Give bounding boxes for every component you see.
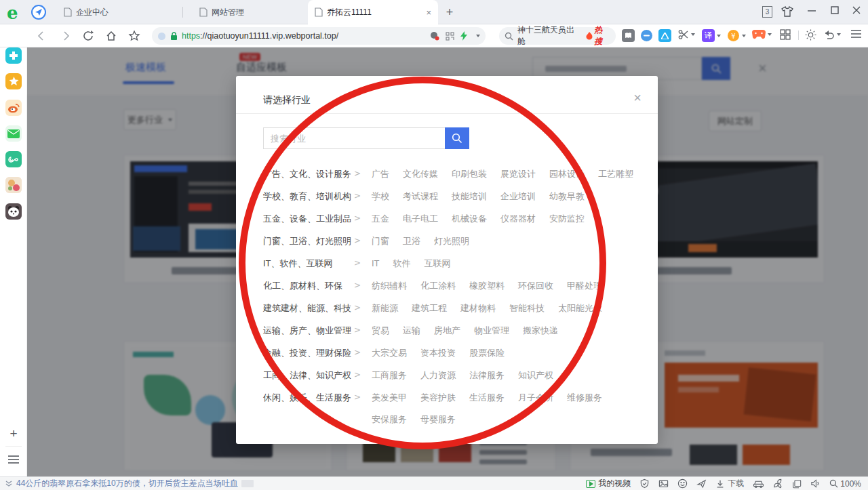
undo-icon[interactable] <box>823 29 841 39</box>
sub-industry-item[interactable]: 展览设计 <box>500 167 536 181</box>
category-label[interactable]: 学校、教育、培训机构 <box>263 189 354 203</box>
apps-grid-icon[interactable] <box>780 29 791 40</box>
sub-industry-item[interactable]: 纺织辅料 <box>372 279 407 293</box>
chevron-down-icon[interactable] <box>837 33 841 36</box>
app-triangle-icon[interactable] <box>658 29 671 42</box>
site-info-icon[interactable] <box>157 32 166 41</box>
sub-industry-item[interactable]: 维修服务 <box>567 390 602 405</box>
chevron-down-icon[interactable] <box>742 35 746 37</box>
rocket-icon[interactable] <box>696 478 707 489</box>
sub-industry-item[interactable]: 美发美甲 <box>372 390 407 405</box>
sub-industry-item[interactable]: 智能科技 <box>509 301 545 315</box>
sub-industry-item[interactable]: 幼教早教 <box>549 189 585 203</box>
sub-industry-item[interactable]: 搬家快递 <box>523 323 558 338</box>
toolbar-search[interactable]: 神十三航天员出舱 热搜 <box>499 27 616 45</box>
category-label[interactable]: 运输、房产、物业管理 <box>263 323 354 338</box>
sub-industry-item[interactable]: 安防监控 <box>549 211 585 226</box>
forward-icon[interactable] <box>60 30 72 42</box>
industry-search-button[interactable] <box>445 127 469 149</box>
sub-industry-item[interactable]: 人力资源 <box>420 368 456 382</box>
dialog-close-icon[interactable]: × <box>633 91 642 104</box>
tab-close-icon[interactable]: × <box>426 7 431 18</box>
sub-industry-item[interactable]: 文化传媒 <box>403 167 438 181</box>
image-icon[interactable] <box>658 478 669 489</box>
emoji-icon[interactable] <box>677 478 688 489</box>
notebook-icon[interactable] <box>622 29 635 42</box>
sub-industry-item[interactable]: 五金 <box>372 211 389 226</box>
tab-enterprise-center[interactable]: 企业中心 <box>57 0 183 24</box>
sub-industry-item[interactable]: 化工涂料 <box>420 279 456 293</box>
sub-industry-item[interactable]: 贸易 <box>372 323 389 338</box>
sub-industry-item[interactable]: 太阳能光伏 <box>558 301 602 315</box>
sub-industry-item[interactable]: 资本投资 <box>420 346 456 360</box>
health-app-icon[interactable] <box>5 47 22 64</box>
hot-search-label[interactable]: 热搜 <box>594 24 610 47</box>
sub-industry-item[interactable]: 门窗 <box>372 234 389 248</box>
sub-industry-item[interactable]: 母婴服务 <box>420 412 456 426</box>
browser-logo[interactable]: e <box>7 3 18 23</box>
industry-search-input[interactable] <box>263 127 445 149</box>
sub-industry-item[interactable]: 环保回收 <box>518 279 553 293</box>
chevron-down-icon[interactable] <box>476 35 480 37</box>
weibo-icon[interactable] <box>5 100 22 116</box>
sub-industry-item[interactable]: 橡胶塑料 <box>469 279 505 293</box>
sub-industry-item[interactable]: 企业培训 <box>500 189 536 203</box>
category-label[interactable]: 建筑建材、能源、科技 <box>263 301 354 315</box>
sub-industry-item[interactable]: 软件 <box>393 256 411 270</box>
category-label[interactable]: 休闲、娱乐、生活服务 <box>263 390 354 405</box>
sub-industry-item[interactable]: 安保服务 <box>372 412 407 426</box>
category-label[interactable]: 广告、文化、设计服务 <box>263 167 354 181</box>
sub-industry-item[interactable]: 广告 <box>372 167 389 181</box>
qr-icon[interactable] <box>446 32 454 41</box>
category-label[interactable]: 门窗、卫浴、灯光照明 <box>263 234 354 248</box>
sub-industry-item[interactable]: 运输 <box>403 323 420 338</box>
sub-industry-item[interactable]: IT <box>372 256 380 270</box>
reload-icon[interactable] <box>82 30 94 42</box>
sub-industry-item[interactable]: 知识产权 <box>518 368 553 382</box>
sub-industry-item[interactable]: 房地产 <box>434 323 460 338</box>
sub-industry-item[interactable]: 工艺雕塑 <box>598 167 633 181</box>
shield-icon[interactable] <box>639 478 650 489</box>
sub-industry-item[interactable]: 大宗交易 <box>372 346 407 360</box>
sub-industry-item[interactable]: 考试课程 <box>403 189 438 203</box>
scissors-icon[interactable] <box>678 29 695 40</box>
sub-industry-item[interactable]: 建材物料 <box>460 301 496 315</box>
minimize-button[interactable] <box>807 5 818 16</box>
maximize-button[interactable] <box>830 5 841 16</box>
zoom-control[interactable]: 100% <box>829 479 861 489</box>
chevron-down-icon[interactable] <box>768 33 772 36</box>
sub-industry-item[interactable]: 互联网 <box>425 256 451 270</box>
sub-industry-item[interactable]: 学校 <box>372 189 389 203</box>
link-app-icon[interactable] <box>5 151 22 167</box>
chevron-down-icon[interactable] <box>691 33 695 36</box>
sub-industry-item[interactable]: 月子会所 <box>518 390 553 405</box>
sub-industry-item[interactable]: 卫浴 <box>403 234 420 248</box>
mail-icon[interactable] <box>5 125 22 142</box>
sub-industry-item[interactable]: 建筑工程 <box>412 301 447 315</box>
chevron-double-down-icon[interactable] <box>5 481 12 487</box>
sub-industry-item[interactable]: 电子电工 <box>403 211 438 226</box>
shirt-icon[interactable] <box>781 6 793 17</box>
chevron-down-icon[interactable] <box>717 35 721 37</box>
category-label[interactable]: 工商、法律、知识产权 <box>263 368 354 382</box>
sub-industry-item[interactable]: 工商服务 <box>372 368 407 382</box>
shield-dot-icon[interactable] <box>430 31 439 41</box>
window-copy-icon[interactable] <box>792 479 802 489</box>
star-icon[interactable] <box>128 30 140 42</box>
new-tab-button[interactable]: + <box>442 5 457 20</box>
category-label[interactable]: 金融、投资、理财保险 <box>263 346 354 360</box>
close-button[interactable] <box>852 5 863 16</box>
compass-icon[interactable] <box>31 5 46 20</box>
sub-industry-item[interactable]: 甲醛处理 <box>567 279 602 293</box>
tab-count-badge[interactable]: 3 <box>762 6 772 18</box>
sub-industry-item[interactable]: 灯光照明 <box>434 234 469 248</box>
tab-site-management[interactable]: 网站管理 <box>193 0 319 24</box>
favorites-star-icon[interactable] <box>5 73 22 89</box>
minus-circle-icon[interactable] <box>640 29 653 42</box>
category-label[interactable]: IT、软件、互联网 <box>263 256 354 270</box>
speaker-icon[interactable] <box>810 479 821 488</box>
tab-qiaotuoyun[interactable]: 乔拓云11111 × <box>308 0 438 24</box>
plus-icon[interactable]: + <box>5 426 22 442</box>
car-icon[interactable] <box>753 479 764 488</box>
sub-industry-item[interactable]: 机械设备 <box>452 211 487 226</box>
